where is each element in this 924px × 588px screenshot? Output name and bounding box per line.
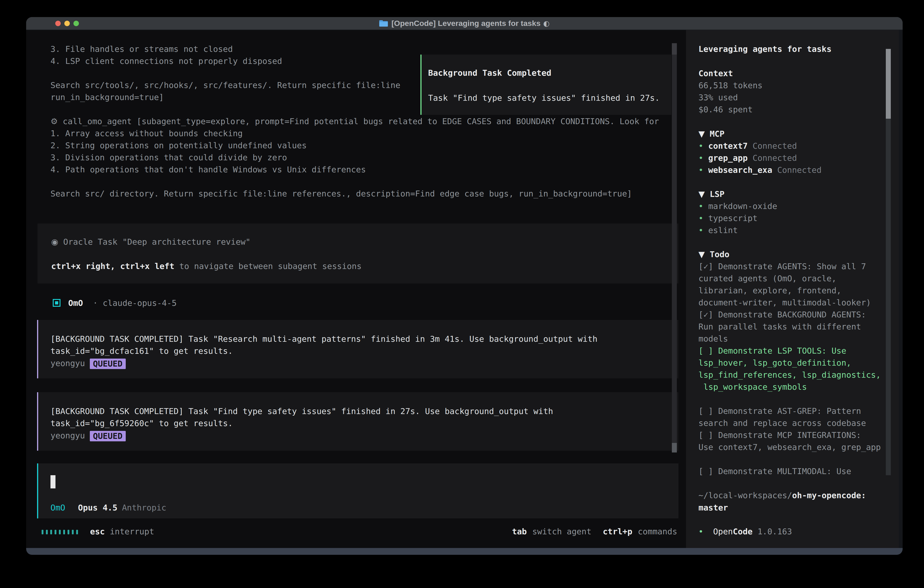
chevron-down-icon: ▼	[698, 129, 705, 139]
todo-item-line: [ ] Demonstrate AST-GREP: Pattern	[698, 405, 861, 417]
mcp-item: • websearch_exa Connected	[698, 164, 822, 176]
notification-body: Task "Find type safety issues" finished …	[428, 92, 660, 104]
bullet-icon: •	[698, 226, 703, 235]
gear-icon: ⚙	[51, 117, 58, 126]
lsp-server-name: eslint	[708, 226, 738, 235]
window-title: [OpenCode] Leveraging agents for tasks	[391, 19, 541, 28]
agent-model: claude-opus-4-5	[103, 298, 177, 308]
zoom-button[interactable]	[73, 21, 79, 26]
spinner-dot	[41, 530, 43, 534]
todo-item-line: [ ] Demonstrate MCP INTEGRATIONS:	[698, 429, 861, 441]
chat-scrollbar-thumb[interactable]	[672, 443, 677, 453]
lsp-item: • markdown-oxide	[698, 200, 777, 212]
bullet-icon: •	[698, 527, 703, 536]
workspace-path: ~/local-workspaces/oh-my-opencode:	[698, 489, 866, 501]
prompt-input[interactable]: OmOOpus 4.5Anthropic	[37, 463, 678, 519]
notification-toast: Background Task Completed Task "Find typ…	[421, 55, 672, 115]
bullet-icon: •	[698, 213, 703, 223]
notification-title: Background Task Completed	[428, 67, 551, 79]
task1-line1: [BACKGROUND TASK COMPLETED] Task "Resear…	[51, 333, 597, 345]
todo-section-header[interactable]: ▼ Todo	[698, 248, 729, 260]
close-button[interactable]	[55, 21, 61, 26]
lsp-server-name: typescript	[708, 213, 757, 223]
mcp-server-name: websearch_exa	[708, 165, 772, 175]
app-version: 1.0.163	[757, 527, 792, 536]
title-bar[interactable]: [OpenCode] Leveraging agents for tasks ◐	[26, 17, 903, 30]
app-name-a: Open	[713, 527, 733, 536]
task2-line1: [BACKGROUND TASK COMPLETED] Task "Find t…	[51, 405, 553, 417]
todo-item-line: curated agents (OmO, oracle,	[698, 273, 837, 284]
task2-line2: task_id="bg_6f59260c" to get results.	[51, 417, 233, 429]
hint-text: to navigate between subagent sessions	[174, 261, 362, 271]
agent-name: OmO	[68, 298, 83, 308]
todo-item-line: search and replace across codebase	[698, 417, 866, 429]
app-name-b: Code	[733, 527, 752, 536]
bullet-icon: •	[698, 202, 703, 211]
todo-item-line: Use context7, websearch_exa, grep_app	[698, 441, 881, 453]
todo-item-line: Run parallel tasks with different	[698, 320, 861, 333]
spinner-dot	[63, 530, 65, 534]
mcp-item: • context7 Connected	[698, 140, 797, 152]
todo-item-line: librarian, explore, frontend,	[698, 284, 842, 297]
bullet-icon: •	[698, 141, 703, 150]
session-title: Leveraging agents for tasks	[698, 43, 832, 55]
spinner-dot	[76, 530, 78, 534]
repo-name: oh-my-opencode:	[792, 491, 866, 500]
oracle-icon: ◉	[51, 237, 58, 246]
todo-item-line: document-writer, multimodal-looker)	[698, 297, 871, 309]
todo-item-line: models	[698, 333, 728, 345]
minimize-button[interactable]	[64, 21, 70, 26]
lsp-server-name: markdown-oxide	[708, 202, 777, 211]
spinner-dot	[46, 530, 48, 534]
interrupt-label: interrupt	[110, 527, 154, 536]
todo-header-label: Todo	[710, 249, 729, 259]
mcp-server-status: Connected	[777, 165, 822, 175]
subagent-nav-hint: ctrl+x right, ctrl+x left to navigate be…	[51, 260, 361, 272]
search-line: Search src/ directory. Return specific f…	[51, 188, 632, 200]
agent-header: OmO · claude-opus-4-5	[68, 297, 177, 309]
mcp-section-header[interactable]: ▼ MCP	[698, 128, 724, 140]
bullet-icon: •	[698, 153, 703, 163]
chat-text-line: run_in_background=true]	[51, 91, 164, 103]
hint-key-left: ctrl+x left	[115, 261, 174, 271]
chat-bug-line: 1. Array access without bounds checking	[51, 127, 243, 139]
todo-item-line: [✓] Demonstrate BACKGROUND AGENTS:	[698, 309, 866, 320]
todo-item-line: lsp_find_references, lsp_diagnostics,	[698, 369, 881, 381]
task2-meta: yeongyuQUEUED	[51, 429, 126, 441]
lsp-header-label: LSP	[710, 189, 724, 199]
status-bar-left: escinterrupt	[41, 525, 154, 537]
mcp-server-status: Connected	[752, 141, 797, 150]
model-status-line: OmOOpus 4.5Anthropic	[51, 502, 167, 514]
context-spent: $0.46 spent	[698, 104, 752, 116]
active-agent: OmO	[51, 503, 65, 512]
chat-scrollbar-cap[interactable]	[672, 43, 677, 55]
task-message-2: [BACKGROUND TASK COMPLETED] Task "Find t…	[37, 392, 678, 451]
status-badge: QUEUED	[90, 358, 126, 369]
sidebar-scrollbar-thumb[interactable]	[886, 49, 891, 119]
mcp-header-label: MCP	[710, 129, 724, 139]
chat-text-line: 3. File handles or streams not closed	[51, 43, 233, 55]
spinner-dot	[59, 530, 61, 534]
mcp-server-name: context7	[708, 141, 747, 150]
folder-icon	[379, 20, 388, 26]
context-header: Context	[698, 67, 733, 79]
model-provider: Anthropic	[122, 503, 166, 512]
task1-meta: yeongyuQUEUED	[51, 357, 126, 369]
ctrlp-key-hint: ctrl+p	[603, 527, 632, 536]
status-bar-right: tabswitch agentctrl+pcommands	[512, 525, 677, 537]
todo-item-line: [ ] Demonstrate MULTIMODAL: Use	[698, 465, 851, 477]
chat-text-line: Search src/tools/, src/hooks/, src/featu…	[51, 79, 400, 91]
task-message-1: [BACKGROUND TASK COMPLETED] Task "Resear…	[37, 320, 678, 378]
esc-key-hint: esc	[90, 527, 105, 536]
oracle-task-box: ◉ Oracle Task "Deep architecture review"…	[38, 223, 678, 284]
lsp-section-header[interactable]: ▼ LSP	[698, 188, 724, 200]
oracle-task-text: Oracle Task "Deep architecture review"	[58, 237, 250, 246]
lsp-item: • eslint	[698, 224, 738, 236]
context-tokens: 66,518 tokens	[698, 79, 762, 91]
lsp-item: • typescript	[698, 212, 757, 224]
path-prefix: ~/local-workspaces/	[698, 491, 792, 500]
window-edge	[899, 30, 903, 548]
task1-line2: task_id="bg_dcfac161" to get results.	[51, 345, 233, 357]
chat-scrollbar-track[interactable]	[672, 43, 677, 453]
version-line: • OpenCode 1.0.163	[698, 525, 792, 537]
